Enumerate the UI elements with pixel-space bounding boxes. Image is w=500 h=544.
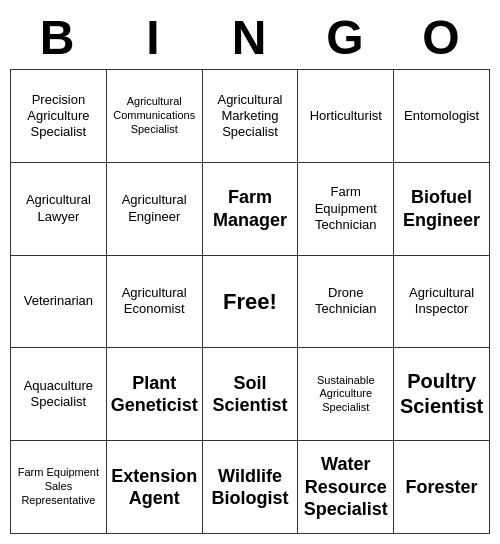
cell-r1-c2: Farm Manager <box>202 162 298 255</box>
bingo-grid: Precision Agriculture SpecialistAgricult… <box>10 69 490 534</box>
cell-r4-c4: Forester <box>394 441 490 534</box>
cell-r2-c0: Veterinarian <box>11 255 107 348</box>
cell-r3-c1: Plant Geneticist <box>106 348 202 441</box>
cell-r2-c2: Free! <box>202 255 298 348</box>
cell-r3-c3: Sustainable Agriculture Specialist <box>298 348 394 441</box>
cell-r3-c0: Aquaculture Specialist <box>11 348 107 441</box>
cell-r1-c0: Agricultural Lawyer <box>11 162 107 255</box>
title-g: G <box>298 10 394 65</box>
cell-r0-c3: Horticulturist <box>298 70 394 163</box>
cell-r2-c4: Agricultural Inspector <box>394 255 490 348</box>
cell-r1-c4: Biofuel Engineer <box>394 162 490 255</box>
cell-r2-c3: Drone Technician <box>298 255 394 348</box>
cell-r0-c0: Precision Agriculture Specialist <box>11 70 107 163</box>
cell-r1-c3: Farm Equipment Technician <box>298 162 394 255</box>
cell-r1-c1: Agricultural Engineer <box>106 162 202 255</box>
title-i: I <box>106 10 202 65</box>
cell-r4-c1: Extension Agent <box>106 441 202 534</box>
cell-r0-c1: Agricultural Communications Specialist <box>106 70 202 163</box>
cell-r0-c4: Entomologist <box>394 70 490 163</box>
title-n: N <box>202 10 298 65</box>
cell-r3-c2: Soil Scientist <box>202 348 298 441</box>
cell-r3-c4: Poultry Scientist <box>394 348 490 441</box>
cell-r4-c3: Water Resource Specialist <box>298 441 394 534</box>
cell-r4-c2: Wildlife Biologist <box>202 441 298 534</box>
title-b: B <box>10 10 106 65</box>
cell-r0-c2: Agricultural Marketing Specialist <box>202 70 298 163</box>
title-o: O <box>394 10 490 65</box>
bingo-title: B I N G O <box>10 10 490 65</box>
cell-r4-c0: Farm Equipment Sales Representative <box>11 441 107 534</box>
cell-r2-c1: Agricultural Economist <box>106 255 202 348</box>
